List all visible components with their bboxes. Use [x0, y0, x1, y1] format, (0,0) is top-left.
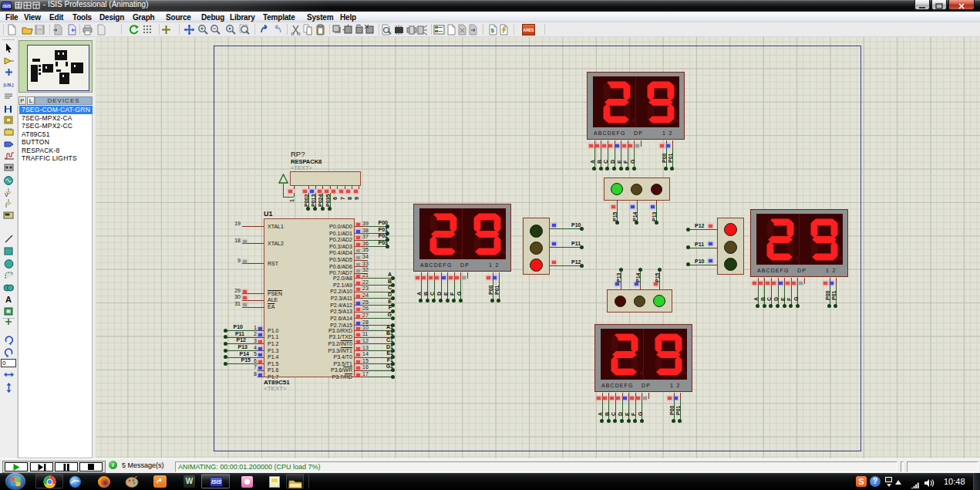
svg-text:I: I — [5, 203, 7, 208]
svg-text:$: $ — [491, 27, 495, 34]
svg-text:V: V — [5, 192, 8, 198]
